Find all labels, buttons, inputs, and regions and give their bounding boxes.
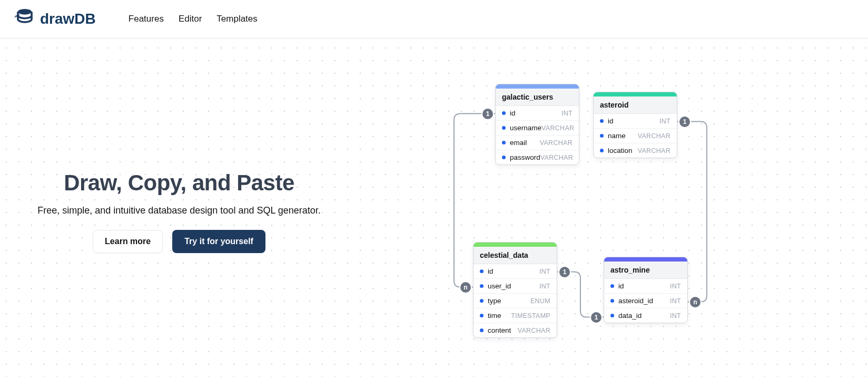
column-data_id[interactable]: data_idINT: [604, 308, 687, 323]
nav-link-features[interactable]: Features: [129, 14, 164, 24]
column-name: password: [510, 153, 540, 161]
column-type: INT: [659, 118, 670, 125]
column-id[interactable]: idINT: [594, 114, 677, 129]
column-name: type: [488, 297, 501, 305]
column-name: id: [510, 109, 516, 117]
column-type: VARCHAR: [540, 139, 573, 147]
column-name: username: [510, 124, 541, 132]
column-type: TIMESTAMP: [511, 312, 550, 320]
column-id[interactable]: idINT: [496, 106, 579, 121]
column-username[interactable]: usernameVARCHAR: [496, 121, 579, 136]
column-name: id: [608, 117, 614, 125]
column-dot-icon: [610, 299, 614, 303]
column-type: INT: [539, 268, 550, 275]
column-name: name: [608, 132, 626, 140]
table-color-bar: [496, 84, 579, 89]
database-icon: [15, 7, 35, 31]
column-type: VARCHAR: [541, 124, 574, 132]
hero-section: Draw, Copy, and Paste Free, simple, and …: [0, 38, 868, 377]
column-name: id: [618, 282, 624, 290]
column-type: INT: [539, 283, 550, 290]
column-type[interactable]: typeENUM: [474, 294, 557, 308]
column-id[interactable]: idINT: [474, 264, 557, 279]
column-dot-icon: [480, 299, 484, 303]
cardinality-badge: n: [460, 282, 471, 293]
learn-more-button[interactable]: Learn more: [93, 230, 163, 253]
table-title: astro_mine: [604, 262, 687, 279]
top-nav: drawDB Features Editor Templates: [0, 0, 868, 38]
column-type: INT: [670, 312, 681, 320]
column-dot-icon: [600, 119, 604, 123]
column-dot-icon: [610, 284, 614, 288]
column-type: VARCHAR: [540, 154, 573, 161]
column-type: INT: [561, 110, 573, 117]
table-galactic_users[interactable]: galactic_usersidINTusernameVARCHARemailV…: [495, 84, 579, 165]
column-password[interactable]: passwordVARCHAR: [496, 150, 579, 165]
column-name: data_id: [618, 312, 642, 320]
try-it-button[interactable]: Try it for yourself: [172, 230, 265, 253]
column-name: user_id: [488, 282, 511, 290]
column-type: VARCHAR: [518, 327, 550, 334]
column-name: email: [510, 139, 527, 147]
column-dot-icon: [600, 134, 604, 138]
cardinality-badge: 1: [559, 267, 570, 277]
hero-text: Draw, Copy, and Paste Free, simple, and …: [32, 170, 327, 253]
column-dot-icon: [502, 111, 506, 115]
column-time[interactable]: timeTIMESTAMP: [474, 308, 557, 323]
nav-link-editor[interactable]: Editor: [179, 14, 202, 24]
table-title: galactic_users: [496, 89, 579, 106]
column-dot-icon: [600, 149, 604, 152]
column-dot-icon: [480, 328, 484, 332]
brand[interactable]: drawDB: [15, 7, 96, 31]
table-color-bar: [474, 243, 557, 247]
cardinality-badge: 1: [591, 312, 601, 323]
column-name: content: [488, 326, 511, 334]
column-dot-icon: [502, 156, 506, 159]
column-type: INT: [670, 283, 681, 290]
column-type: VARCHAR: [638, 132, 670, 140]
table-celestial_data[interactable]: celestial_dataidINTuser_idINTtypeENUMtim…: [473, 242, 557, 338]
column-type: VARCHAR: [638, 147, 670, 154]
cardinality-badge: 1: [679, 117, 690, 127]
column-name: id: [488, 267, 494, 275]
column-email[interactable]: emailVARCHAR: [496, 136, 579, 150]
column-dot-icon: [610, 314, 614, 317]
table-title: celestial_data: [474, 247, 557, 264]
column-location[interactable]: locationVARCHAR: [594, 143, 677, 158]
column-name: asteroid_id: [618, 297, 653, 305]
cardinality-badge: n: [690, 297, 701, 307]
svg-point-0: [18, 8, 32, 14]
column-type: INT: [670, 297, 681, 305]
column-name[interactable]: nameVARCHAR: [594, 129, 677, 143]
table-color-bar: [594, 92, 677, 96]
table-color-bar: [604, 257, 687, 262]
table-asteroid[interactable]: asteroididINTnameVARCHARlocationVARCHAR: [593, 92, 677, 158]
nav-link-templates[interactable]: Templates: [216, 14, 257, 24]
column-dot-icon: [480, 284, 484, 288]
cta-row: Learn more Try it for yourself: [32, 230, 327, 253]
column-id[interactable]: idINT: [604, 279, 687, 294]
column-name: time: [488, 312, 501, 320]
column-content[interactable]: contentVARCHAR: [474, 323, 557, 337]
column-dot-icon: [502, 141, 506, 144]
table-astro_mine[interactable]: astro_mineidINTasteroid_idINTdata_idINT: [604, 257, 688, 323]
table-title: asteroid: [594, 96, 677, 114]
column-dot-icon: [502, 126, 506, 130]
hero-subhead: Free, simple, and intuitive database des…: [32, 205, 327, 216]
cardinality-badge: 1: [482, 109, 493, 119]
column-name: location: [608, 147, 633, 154]
column-asteroid_id[interactable]: asteroid_idINT: [604, 294, 687, 308]
hero-headline: Draw, Copy, and Paste: [32, 170, 327, 196]
column-dot-icon: [480, 314, 484, 317]
brand-name: drawDB: [40, 11, 96, 27]
column-dot-icon: [480, 269, 484, 273]
column-type: ENUM: [530, 297, 550, 305]
nav-links: Features Editor Templates: [129, 14, 258, 24]
column-user_id[interactable]: user_idINT: [474, 279, 557, 294]
